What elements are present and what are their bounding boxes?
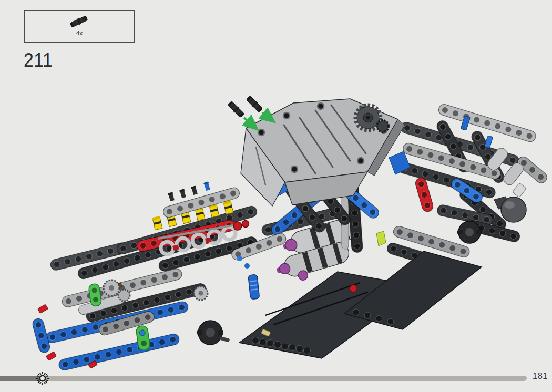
instruction-page: 4x 211 .bb{stroke:rgba(0,0,0,.55);stroke… bbox=[0, 0, 552, 392]
sun-icon[interactable] bbox=[36, 372, 49, 385]
new-pin-1 bbox=[227, 100, 244, 118]
progress-bar-remaining[interactable] bbox=[40, 376, 527, 381]
new-pin-2 bbox=[246, 95, 263, 112]
front-wheel-hub bbox=[197, 321, 230, 345]
lime-wedge bbox=[376, 231, 386, 246]
floor-panels bbox=[239, 251, 482, 358]
progress-bar-completed[interactable] bbox=[0, 376, 40, 381]
model-illustration: .bb{stroke:rgba(0,0,0,.55);stroke-width:… bbox=[0, 0, 552, 392]
blue-shock-absorber bbox=[248, 274, 260, 300]
red-round-tile bbox=[350, 285, 357, 292]
page-number: 181 bbox=[533, 371, 548, 381]
tow-ball bbox=[501, 197, 526, 222]
chassis-rear-section bbox=[396, 103, 549, 243]
